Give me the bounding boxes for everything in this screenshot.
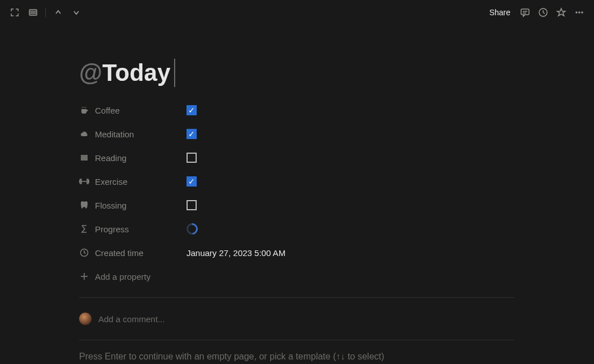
comment-input[interactable]: Add a comment...: [79, 307, 509, 331]
properties-list: Coffee✓Meditation✓ReadingExercise✓Flossi…: [79, 98, 509, 265]
svg-point-8: [581, 11, 583, 13]
avatar: [79, 313, 92, 325]
property-value[interactable]: January 27, 2023 5:00 AM: [187, 248, 285, 258]
svg-point-7: [578, 11, 580, 13]
empty-page-hint[interactable]: Press Enter to continue with an empty pa…: [79, 352, 509, 362]
property-row: Progress: [79, 217, 509, 241]
next-page-icon[interactable]: [68, 5, 84, 20]
page-content: @Today Coffee✓Meditation✓ReadingExercise…: [0, 25, 509, 362]
property-label[interactable]: Created time: [79, 248, 187, 258]
updates-icon[interactable]: [535, 5, 551, 20]
property-label[interactable]: Exercise: [79, 176, 187, 187]
property-row: Meditation✓: [79, 122, 509, 146]
clock-icon: [79, 248, 89, 258]
property-row: Reading: [79, 146, 509, 170]
barbell-icon: [79, 176, 89, 187]
property-label-text: Progress: [95, 224, 129, 234]
check-icon: ✓: [188, 106, 195, 114]
plus-icon: [79, 271, 89, 281]
svg-point-6: [575, 11, 577, 13]
favorite-icon[interactable]: [553, 5, 569, 20]
property-label-text: Reading: [95, 153, 127, 163]
comment-placeholder: Add a comment...: [98, 314, 165, 324]
progress-ring-icon: [184, 221, 200, 237]
checkbox[interactable]: [187, 200, 197, 210]
property-value[interactable]: [187, 200, 197, 210]
svg-rect-1: [31, 11, 36, 14]
topbar-left: [7, 5, 84, 20]
property-label-text: Coffee: [95, 106, 120, 115]
topbar: Share: [0, 0, 594, 25]
property-label-text: Flossing: [95, 201, 127, 210]
text-cursor: [174, 59, 175, 87]
property-text-value: January 27, 2023 5:00 AM: [187, 248, 285, 258]
divider: [45, 8, 46, 17]
svg-rect-13: [88, 180, 89, 183]
svg-rect-12: [80, 180, 81, 183]
check-icon: ✓: [188, 177, 195, 185]
property-label-text: Meditation: [95, 129, 134, 139]
property-label[interactable]: Progress: [79, 224, 187, 234]
add-property-button[interactable]: Add a property: [79, 265, 509, 288]
tooth-icon: [79, 200, 89, 210]
property-row: Coffee✓: [79, 98, 509, 122]
page-title-row[interactable]: @Today: [79, 59, 509, 87]
property-label[interactable]: Flossing: [79, 200, 187, 210]
property-label-text: Created time: [95, 248, 144, 258]
title-text: Today: [102, 59, 171, 86]
svg-rect-2: [521, 9, 529, 15]
checkbox[interactable]: ✓: [187, 105, 197, 115]
cloud-icon: [79, 129, 89, 139]
property-row: Exercise✓: [79, 170, 509, 193]
property-value[interactable]: [187, 223, 198, 235]
expand-icon[interactable]: [7, 5, 23, 20]
property-row: Created timeJanuary 27, 2023 5:00 AM: [79, 241, 509, 265]
separator: [79, 297, 514, 298]
title-prefix: @: [79, 59, 102, 86]
separator: [79, 340, 514, 340]
property-label-text: Exercise: [95, 177, 128, 187]
property-label[interactable]: Meditation: [79, 129, 187, 139]
add-property-label: Add a property: [95, 272, 150, 281]
more-icon[interactable]: [571, 5, 587, 20]
check-icon: ✓: [188, 130, 195, 138]
topbar-right: Share: [485, 5, 587, 20]
checkbox[interactable]: ✓: [187, 129, 197, 139]
page-title: @Today: [79, 59, 171, 86]
comments-icon[interactable]: [517, 5, 533, 20]
property-value[interactable]: [187, 153, 197, 163]
prev-page-icon[interactable]: [50, 5, 66, 20]
property-label[interactable]: Coffee: [79, 105, 187, 115]
property-value[interactable]: ✓: [187, 176, 197, 187]
property-value[interactable]: ✓: [187, 129, 197, 139]
sigma-icon: [79, 224, 89, 234]
property-label[interactable]: Reading: [79, 153, 187, 163]
property-row: Flossing: [79, 193, 509, 217]
book-icon: [79, 153, 89, 163]
share-button[interactable]: Share: [485, 6, 515, 19]
coffee-icon: [79, 105, 89, 115]
property-value[interactable]: ✓: [187, 105, 197, 115]
peek-mode-icon[interactable]: [25, 5, 41, 20]
checkbox[interactable]: [187, 153, 197, 163]
checkbox[interactable]: ✓: [187, 176, 197, 187]
